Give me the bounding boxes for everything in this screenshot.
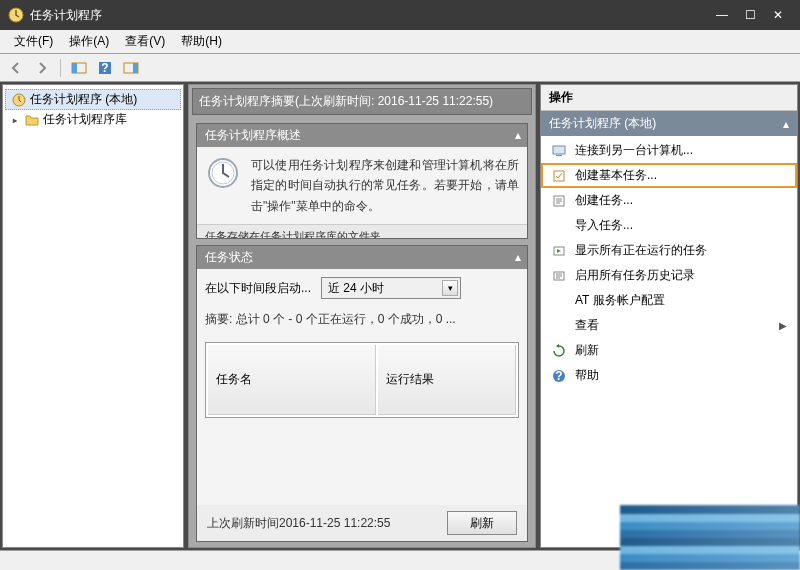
tree-child-label: 任务计划程序库 [43, 111, 127, 128]
action-import-task[interactable]: 导入任务... [541, 213, 797, 238]
action-create-task[interactable]: 创建任务... [541, 188, 797, 213]
last-refresh-label: 上次刷新时间2016-11-25 11:22:55 [207, 515, 437, 532]
back-button[interactable] [4, 57, 28, 79]
running-icon [551, 243, 567, 259]
action-list: 连接到另一台计算机... 创建基本任务... 创建任务... 导入任务... 显… [541, 136, 797, 390]
action-view[interactable]: 查看 ▶ [541, 313, 797, 338]
help-icon: ? [551, 368, 567, 384]
task-icon [551, 193, 567, 209]
show-hide-action-button[interactable] [119, 57, 143, 79]
menu-file[interactable]: 文件(F) [6, 31, 61, 52]
action-enable-history[interactable]: 启用所有任务历史记录 [541, 263, 797, 288]
svg-text:?: ? [555, 369, 562, 383]
collapse-icon: ▴ [515, 250, 521, 264]
svg-rect-10 [553, 146, 565, 154]
svg-rect-2 [72, 63, 77, 73]
menu-help[interactable]: 帮助(H) [173, 31, 230, 52]
view-icon [551, 318, 567, 334]
folder-icon [24, 112, 40, 128]
action-show-running[interactable]: 显示所有正在运行的任务 [541, 238, 797, 263]
computer-icon [551, 143, 567, 159]
window-title: 任务计划程序 [30, 7, 708, 24]
chevron-right-icon: ▶ [779, 320, 787, 331]
forward-button[interactable] [30, 57, 54, 79]
menu-view[interactable]: 查看(V) [117, 31, 173, 52]
menu-action[interactable]: 操作(A) [61, 31, 117, 52]
help-button[interactable]: ? [93, 57, 117, 79]
action-create-basic-task[interactable]: 创建基本任务... [541, 163, 797, 188]
svg-rect-11 [556, 155, 562, 156]
overview-truncated: 任务存储在任务计划程序库的文件夹 [197, 224, 527, 238]
action-connect[interactable]: 连接到另一台计算机... [541, 138, 797, 163]
status-label: 在以下时间段启动... [205, 280, 311, 297]
svg-text:?: ? [101, 61, 108, 75]
summary-header: 任务计划程序摘要(上次刷新时间: 2016-11-25 11:22:55) [192, 88, 532, 115]
status-summary: 摘要: 总计 0 个 - 0 个正在运行，0 个成功，0 ... [205, 311, 519, 328]
tree-panel: 任务计划程序 (本地) ▸ 任务计划程序库 [2, 84, 184, 548]
chevron-down-icon: ▾ [442, 280, 458, 296]
minimize-button[interactable]: — [708, 5, 736, 25]
svg-rect-6 [133, 63, 138, 73]
actions-panel: 操作 任务计划程序 (本地) ▴ 连接到另一台计算机... 创建基本任务... … [540, 84, 798, 548]
time-range-select[interactable]: 近 24 小时 ▾ [321, 277, 461, 299]
task-basic-icon [551, 168, 567, 184]
task-table: 任务名 运行结果 [205, 342, 519, 418]
main-area: 任务计划程序 (本地) ▸ 任务计划程序库 任务计划程序摘要(上次刷新时间: 2… [0, 82, 800, 550]
clock-large-icon [205, 155, 241, 191]
tree-child[interactable]: ▸ 任务计划程序库 [5, 110, 181, 129]
overview-group: 任务计划程序概述 ▴ 可以使用任务计划程序来创建和管理计算机将在所指定的时间自动… [196, 123, 528, 239]
actions-scope: 任务计划程序 (本地) ▴ [541, 111, 797, 136]
menubar: 文件(F) 操作(A) 查看(V) 帮助(H) [0, 30, 800, 54]
decorative-overlay [620, 505, 800, 570]
toolbar-separator [60, 59, 61, 77]
status-title[interactable]: 任务状态 ▴ [197, 246, 527, 269]
history-icon [551, 268, 567, 284]
chevron-up-icon[interactable]: ▴ [783, 117, 789, 131]
app-icon [8, 7, 24, 23]
select-value: 近 24 小时 [328, 280, 384, 297]
status-group: 任务状态 ▴ 在以下时间段启动... 近 24 小时 ▾ 摘要: 总计 0 个 … [196, 245, 528, 542]
collapse-icon: ▴ [515, 128, 521, 142]
action-help[interactable]: ? 帮助 [541, 363, 797, 388]
import-icon [551, 218, 567, 234]
col-result[interactable]: 运行结果 [378, 345, 516, 415]
show-hide-tree-button[interactable] [67, 57, 91, 79]
action-refresh[interactable]: 刷新 [541, 338, 797, 363]
toolbar: ? [0, 54, 800, 82]
clock-icon [11, 92, 27, 108]
maximize-button[interactable]: ☐ [736, 5, 764, 25]
overview-title[interactable]: 任务计划程序概述 ▴ [197, 124, 527, 147]
overview-text: 可以使用任务计划程序来创建和管理计算机将在所指定的时间自动执行的常见任务。若要开… [251, 155, 519, 216]
tree-root-label: 任务计划程序 (本地) [30, 91, 137, 108]
refresh-button[interactable]: 刷新 [447, 511, 517, 535]
expand-icon[interactable]: ▸ [9, 113, 21, 127]
close-button[interactable]: ✕ [764, 5, 792, 25]
refresh-icon [551, 343, 567, 359]
col-task-name[interactable]: 任务名 [208, 345, 376, 415]
tree-root[interactable]: 任务计划程序 (本地) [5, 89, 181, 110]
center-panel: 任务计划程序摘要(上次刷新时间: 2016-11-25 11:22:55) 任务… [188, 84, 536, 548]
actions-header: 操作 [541, 85, 797, 111]
titlebar: 任务计划程序 — ☐ ✕ [0, 0, 800, 30]
at-icon [551, 293, 567, 309]
action-at-service[interactable]: AT 服务帐户配置 [541, 288, 797, 313]
